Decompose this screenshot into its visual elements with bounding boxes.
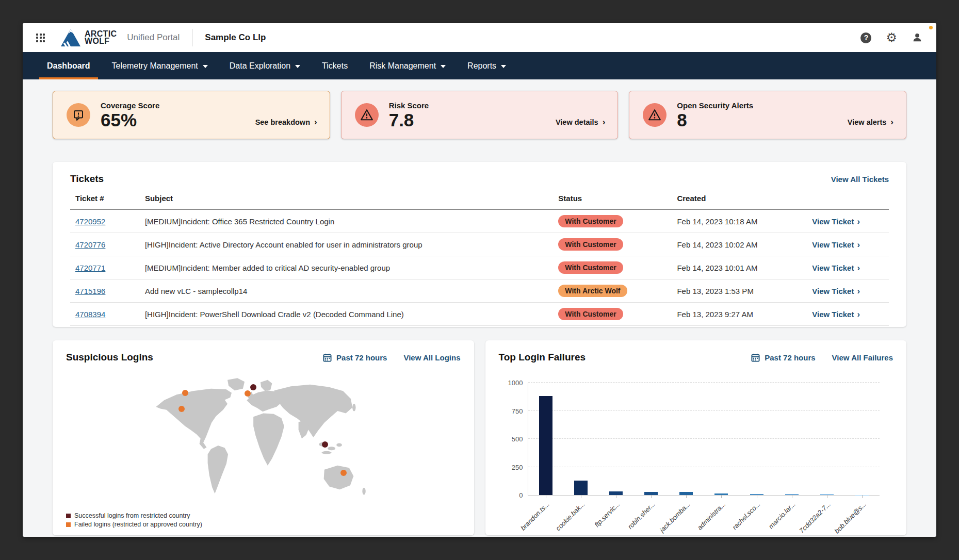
nav-item-data-exploration[interactable]: Data Exploration (219, 52, 311, 79)
x-axis-label: 7cdd32a2-7... (798, 500, 833, 535)
bar-slot: rachel.sco... (739, 383, 774, 495)
x-axis-tick (651, 495, 652, 498)
view-ticket-link[interactable]: View Ticket› (812, 263, 860, 272)
nav-item-telemetry-management[interactable]: Telemetry Management (101, 52, 219, 79)
table-row: 4720776[HIGH]Incident: Active Directory … (70, 233, 889, 256)
failed-login-dot-united-states[interactable] (178, 406, 185, 412)
chevron-down-icon (441, 65, 446, 68)
successful-login-dot-malaysia[interactable] (322, 441, 328, 448)
x-axis-tick (581, 495, 581, 498)
card-value: 8 (677, 111, 753, 129)
help-icon[interactable]: ? (860, 32, 871, 43)
view-ticket-link[interactable]: View Ticket› (812, 287, 860, 295)
suspicious-logins-title: Suspicious Logins (66, 352, 323, 363)
logins-time-filter[interactable]: Past 72 hours (323, 353, 387, 362)
failed-login-dot-canada[interactable] (182, 390, 188, 396)
app-launcher-grid-icon[interactable] (36, 34, 45, 42)
chevron-right-icon: › (857, 286, 860, 296)
table-header-row: Ticket # Subject Status Created (70, 190, 889, 209)
chevron-down-icon (501, 65, 506, 68)
x-axis-tick (616, 495, 616, 498)
brand-wordmark: ARCTIC WOLF (85, 30, 117, 45)
wolf-mountain-icon (60, 28, 81, 47)
y-axis-tick-label: 1000 (500, 379, 523, 387)
world-map (145, 372, 382, 501)
chevron-right-icon: › (857, 263, 860, 273)
ticket-subject: [MEDIUM]Incident: Office 365 Restricted … (140, 209, 553, 233)
arctic-wolf-logo[interactable]: ARCTIC WOLF (60, 28, 117, 47)
x-axis-tick (862, 495, 863, 498)
user-account-icon[interactable] (912, 32, 923, 43)
failed-login-dot-australia[interactable] (340, 470, 347, 476)
see-breakdown-link[interactable]: See breakdown› (255, 118, 317, 126)
ticket-number-link[interactable]: 4715196 (75, 287, 105, 295)
status-badge: With Customer (558, 238, 623, 251)
chevron-down-icon (295, 65, 300, 68)
failed-login-dot-western-europe[interactable] (245, 390, 251, 397)
nav-item-tickets[interactable]: Tickets (311, 52, 359, 79)
legend-swatch (66, 522, 71, 527)
view-alerts-link[interactable]: View alerts› (848, 118, 893, 126)
legend-label: Failed logins (restricted or approved co… (74, 521, 202, 528)
nav-item-risk-management[interactable]: Risk Management (359, 52, 457, 79)
x-axis-tick (686, 495, 687, 498)
legend-swatch (66, 514, 71, 518)
col-subject: Subject (140, 190, 553, 209)
card-value: 65% (101, 111, 159, 129)
view-ticket-link[interactable]: View Ticket› (812, 310, 860, 319)
chevron-right-icon: › (314, 118, 317, 126)
ticket-number-link[interactable]: 4708394 (75, 310, 105, 319)
login-failures-chart: 02505007501000brandon.ts...cookie.bak...… (528, 383, 880, 496)
bar-slot: jack.bomba... (669, 383, 704, 495)
nav-item-reports[interactable]: Reports (457, 52, 517, 79)
card-title: Coverage Score (101, 101, 159, 110)
warning-icon (643, 103, 667, 127)
card-value: 7.8 (389, 111, 429, 129)
bar-slot: marcio.lar... (774, 383, 809, 495)
x-axis-label: cookie.bak... (554, 500, 586, 532)
tickets-title: Tickets (70, 173, 831, 185)
nav-item-dashboard[interactable]: Dashboard (36, 52, 101, 79)
open-security-alerts-card: Open Security Alerts 8 View alerts› (629, 91, 906, 139)
dashboard-content: Coverage Score 65% See breakdown› Risk S (23, 79, 936, 535)
app-window: ARCTIC WOLF Unified Portal Sample Co Llp… (23, 23, 936, 537)
ticket-number-link[interactable]: 4720952 (75, 217, 105, 226)
view-ticket-link[interactable]: View Ticket› (812, 217, 860, 226)
x-axis-tick (792, 495, 792, 498)
chevron-right-icon: › (857, 240, 860, 250)
ticket-number-link[interactable]: 4720771 (75, 263, 105, 272)
bar-cookie-bak-[interactable] (574, 481, 588, 495)
ticket-created: Feb 14, 2023 10:01 AM (672, 256, 807, 279)
successful-login-dot-northern-europe[interactable] (250, 384, 256, 390)
bars-container: brandon.ts...cookie.bak...ftp.servic...r… (528, 383, 880, 495)
x-axis-label: brandon.ts... (519, 500, 551, 532)
gear-icon[interactable]: ⚙ (886, 32, 897, 43)
main-nav: Dashboard Telemetry Management Data Expl… (23, 52, 936, 79)
card-title: Open Security Alerts (677, 101, 753, 110)
warning-icon (355, 103, 379, 127)
y-axis-tick-label: 750 (500, 407, 523, 415)
ticket-subject: Add new vLC - samplecollp14 (140, 279, 553, 303)
table-row: 4708394[HIGH]Incident: PowerShell Downlo… (70, 303, 889, 326)
ticket-created: Feb 14, 2023 10:18 AM (672, 209, 807, 233)
ticket-number-link[interactable]: 4720776 (75, 240, 105, 249)
feedback-icon (67, 103, 90, 127)
tickets-table-body: 4720952[MEDIUM]Incident: Office 365 Rest… (70, 209, 889, 326)
bar-ftp-servic-[interactable] (609, 491, 623, 495)
y-axis-tick-label: 250 (500, 464, 523, 471)
company-name[interactable]: Sample Co Llp (205, 32, 266, 43)
failures-time-filter[interactable]: Past 72 hours (751, 353, 815, 362)
view-all-failures-link[interactable]: View All Failures (832, 353, 893, 362)
x-axis-label: bob.blue@s... (833, 500, 867, 535)
col-ticket-number: Ticket # (70, 190, 140, 209)
view-all-logins-link[interactable]: View All Logins (403, 353, 460, 362)
tickets-table: Ticket # Subject Status Created 4720952[… (70, 190, 889, 326)
legend-item-failed: Failed logins (restricted or approved co… (66, 521, 202, 528)
x-axis-label: jack.bomba... (658, 500, 692, 534)
view-details-link[interactable]: View details› (556, 118, 605, 126)
table-row: 4715196Add new vLC - samplecollp14With A… (70, 279, 889, 303)
view-all-tickets-link[interactable]: View All Tickets (831, 175, 889, 184)
view-ticket-link[interactable]: View Ticket› (812, 240, 860, 249)
chevron-down-icon (203, 65, 208, 68)
bar-brandon-ts-[interactable] (539, 396, 552, 495)
